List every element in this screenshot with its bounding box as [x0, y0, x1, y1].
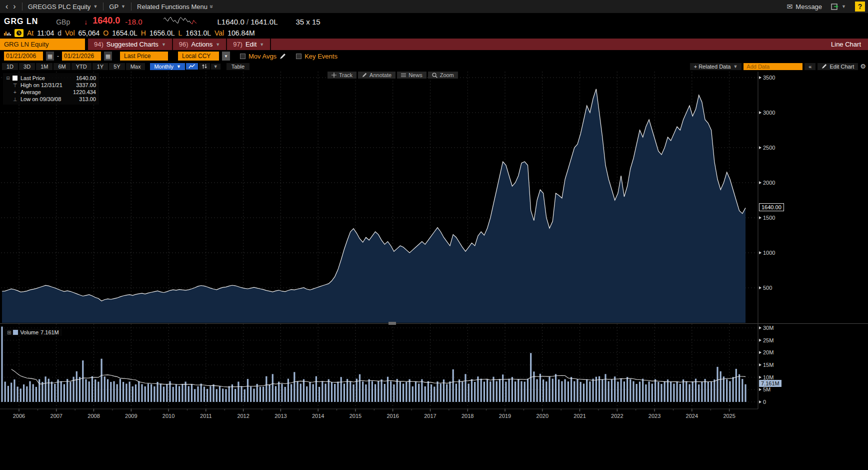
legend-row-last-price[interactable]: ⊟ Last Price 1640.00: [5, 75, 96, 82]
track-button[interactable]: Track: [328, 72, 356, 79]
currency-select[interactable]: Local CCY: [178, 52, 219, 61]
line-chart-icon: [188, 64, 196, 69]
range-ytd-button[interactable]: YTD: [72, 63, 92, 70]
volume-bar: [182, 384, 183, 402]
legend-row-high: ⊤ High on 12/31/21 3337.00: [5, 82, 96, 89]
volume-bar: [138, 381, 140, 402]
currency-dropdown-button[interactable]: ▼: [222, 52, 230, 61]
help-button[interactable]: ?: [855, 2, 865, 12]
magnifier-icon: [432, 73, 438, 78]
range-1m-button[interactable]: 1M: [36, 63, 52, 70]
volume-bar: [188, 386, 190, 402]
annotate-button[interactable]: Annotate: [358, 72, 396, 79]
volume-bar: [464, 374, 466, 402]
axis-tick-arrow: [759, 111, 762, 114]
chevron-down-icon: ▼: [260, 42, 264, 47]
zoom-button[interactable]: Zoom: [428, 72, 458, 79]
volume-bar: [645, 384, 646, 402]
volume-legend[interactable]: ⊞ Volume 7.161M: [4, 329, 62, 336]
volume-bar: [234, 389, 236, 402]
calendar-icon[interactable]: ▦: [46, 52, 54, 61]
double-chevron-down-icon: »: [208, 5, 215, 9]
edit-chart-button[interactable]: Edit Chart: [818, 63, 858, 70]
expand-box-icon[interactable]: ⊞: [7, 330, 11, 335]
volume-bar: [546, 381, 547, 402]
volume-bar: [729, 381, 730, 402]
forward-icon[interactable]: ›: [10, 2, 18, 11]
date-to-input[interactable]: 01/21/2026: [62, 52, 101, 61]
volume-bar: [688, 384, 690, 402]
volume-bar: [527, 379, 528, 402]
volume-bar: [172, 387, 174, 402]
volume-bar: [400, 382, 401, 402]
message-button[interactable]: ✉ Message: [787, 3, 822, 11]
price-volume-chart[interactable]: 2006200720082009201020112012201320142015…: [0, 71, 868, 423]
mov-avgs-checkbox[interactable]: [240, 54, 246, 59]
chart-type-dropdown[interactable]: ▼: [211, 64, 220, 70]
top-bar: ‹ › GREGGS PLC Equity ▼ GP ▼ Related Fun…: [0, 0, 868, 13]
volume-bar: [608, 381, 610, 402]
year-label: 2007: [50, 413, 62, 419]
volume-bar: [244, 389, 246, 402]
export-window-button[interactable]: ▼: [829, 4, 848, 10]
back-icon[interactable]: ‹: [3, 2, 10, 11]
mov-avgs-label: Mov Avgs: [248, 53, 276, 60]
year-label: 2016: [386, 413, 398, 419]
range-3d-button[interactable]: 3D: [19, 63, 35, 70]
price-field-select[interactable]: Last Price: [120, 52, 168, 61]
function-code-menu[interactable]: GP ▼: [107, 3, 128, 11]
suggested-charts-menu[interactable]: 94) Suggested Charts ▼: [88, 39, 173, 50]
volume-bar: [406, 382, 407, 402]
equity-tab[interactable]: GRG LN Equity: [0, 39, 85, 50]
chevron-down-icon: ▼: [842, 4, 846, 9]
key-events-checkbox[interactable]: [296, 54, 302, 59]
volume-bar: [555, 374, 556, 402]
calendar-icon[interactable]: ▦: [104, 52, 112, 61]
edit-menu[interactable]: 97) Edit ▼: [227, 39, 271, 50]
volume-bar: [247, 379, 248, 402]
pencil-icon[interactable]: [280, 53, 286, 60]
volume-label: Volume: [20, 329, 38, 335]
collapse-panel-button[interactable]: «: [804, 63, 816, 70]
news-lines-icon: [401, 73, 406, 78]
compare-arrows-button[interactable]: [199, 63, 210, 70]
date-from-input[interactable]: 01/21/2006: [4, 52, 43, 61]
related-functions-menu[interactable]: Related Functions Menu »: [135, 3, 216, 11]
interval-select[interactable]: Monthly ▼: [150, 63, 184, 70]
price-axis-label: 3000: [763, 110, 775, 116]
val-value: 106.84M: [228, 29, 254, 37]
news-button[interactable]: News: [397, 72, 426, 79]
range-6m-button[interactable]: 6M: [54, 63, 70, 70]
volume-bar: [692, 381, 694, 402]
lot-size: 35 x 15: [296, 18, 320, 26]
actions-menu[interactable]: 96) Actions ▼: [173, 39, 227, 50]
volume-bar: [185, 382, 186, 402]
add-data-input[interactable]: Add Data: [744, 63, 802, 70]
volume-bar: [26, 386, 28, 402]
collapse-box-icon[interactable]: ⊟: [5, 76, 11, 81]
range-1y-button[interactable]: 1Y: [92, 63, 108, 70]
volume-bar: [359, 374, 360, 402]
table-button[interactable]: Table: [226, 63, 250, 70]
year-label: 2021: [574, 413, 586, 419]
volume-bar: [673, 384, 674, 402]
volume-bar: [421, 379, 422, 402]
line-chart-type-button[interactable]: [186, 63, 198, 70]
year-label: 2015: [350, 413, 362, 419]
volume-bar: [680, 384, 681, 402]
currency-code: GBp: [56, 18, 70, 26]
volume-bar: [269, 384, 270, 402]
price-axis-label: 3500: [763, 75, 775, 81]
average-marker-icon: +: [11, 90, 19, 95]
related-data-button[interactable]: + Related Data ▼: [690, 63, 742, 70]
chart-legend[interactable]: ⊟ Last Price 1640.00 ⊤ High on 12/31/21 …: [3, 73, 99, 105]
range-1d-button[interactable]: 1D: [2, 63, 18, 70]
range-5y-button[interactable]: 5Y: [109, 63, 124, 70]
volume-bar: [636, 384, 638, 402]
low-value: 1631.0L: [186, 29, 211, 37]
volume-bar: [85, 379, 86, 402]
security-menu[interactable]: GREGGS PLC Equity ▼: [26, 3, 100, 11]
volume-bar: [440, 384, 442, 402]
gear-icon[interactable]: ⚙: [860, 63, 866, 70]
range-max-button[interactable]: Max: [126, 63, 146, 70]
